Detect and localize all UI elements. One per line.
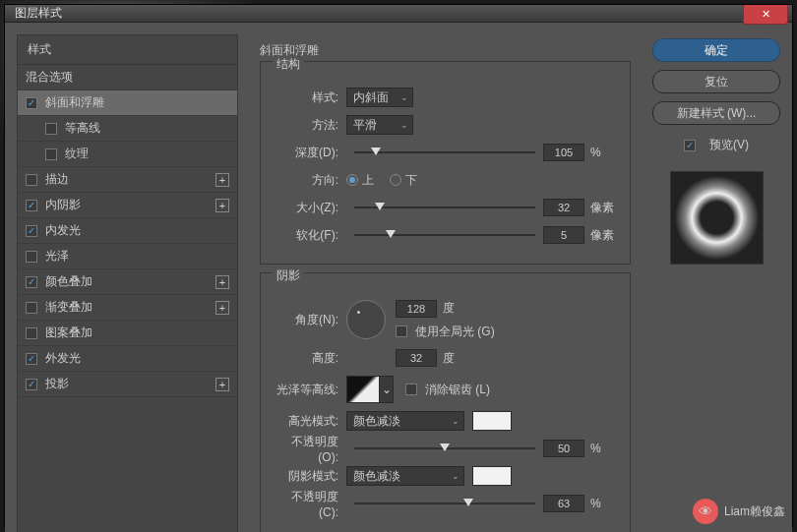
ok-button[interactable]: 确定 — [652, 38, 780, 62]
highlight-mode-label: 高光模式: — [273, 413, 346, 430]
blending-options-row[interactable]: 混合选项 — [18, 65, 237, 90]
style-label: 等高线 — [65, 120, 229, 137]
highlight-mode-select[interactable]: 颜色减淡⌄ — [346, 411, 464, 431]
style-row-3[interactable]: 描边+ — [18, 167, 237, 193]
shadow-opacity-input[interactable]: 63 — [543, 495, 584, 512]
style-row-1[interactable]: 等高线 — [18, 116, 237, 142]
add-icon[interactable]: + — [215, 275, 229, 289]
style-select[interactable]: 内斜面⌄ — [346, 88, 413, 107]
style-row-7[interactable]: 颜色叠加+ — [18, 269, 237, 295]
style-row-2[interactable]: 纹理 — [18, 142, 237, 167]
shading-group: 阴影 角度(N): 128 度 使用全局光 (G) — [260, 272, 631, 532]
style-checkbox[interactable] — [26, 174, 37, 186]
soften-unit: 像素 — [590, 227, 618, 244]
style-checkbox[interactable] — [45, 123, 57, 135]
shadow-mode-label: 阴影模式: — [273, 468, 346, 485]
method-select[interactable]: 平滑⌄ — [346, 115, 413, 135]
size-input[interactable]: 32 — [543, 199, 584, 216]
depth-label: 深度(D): — [273, 145, 346, 161]
add-icon[interactable]: + — [215, 378, 229, 391]
caret-icon: ⌄ — [400, 92, 408, 102]
style-row-4[interactable]: 内阴影+ — [18, 193, 237, 218]
shadow-mode-select[interactable]: 颜色减淡⌄ — [346, 466, 464, 486]
style-checkbox[interactable] — [26, 276, 37, 288]
size-slider[interactable] — [354, 201, 535, 214]
gloss-contour-swatch[interactable] — [346, 376, 380, 403]
direction-up-radio[interactable] — [346, 174, 358, 186]
depth-slider[interactable] — [354, 146, 535, 159]
angle-unit: 度 — [443, 300, 470, 317]
watermark: 👁 Liam赖俊鑫 — [693, 499, 785, 524]
global-light-checkbox[interactable] — [396, 325, 407, 337]
add-icon[interactable]: + — [215, 173, 229, 187]
blending-options-label: 混合选项 — [26, 69, 229, 86]
style-label: 纹理 — [65, 146, 229, 162]
caret-icon: ⌄ — [452, 416, 460, 426]
new-style-button[interactable]: 新建样式 (W)... — [652, 101, 780, 125]
style-checkbox[interactable] — [26, 200, 37, 211]
soften-input[interactable]: 5 — [543, 226, 584, 244]
cancel-button[interactable]: 复位 — [652, 70, 780, 93]
style-checkbox[interactable] — [26, 379, 37, 390]
altitude-input[interactable]: 32 — [396, 349, 437, 367]
highlight-opacity-label: 不透明度(O): — [273, 434, 346, 464]
direction-label: 方向: — [273, 172, 346, 189]
caret-icon: ⌄ — [452, 471, 460, 481]
style-row-11[interactable]: 投影+ — [18, 372, 237, 397]
highlight-color-swatch[interactable] — [472, 411, 512, 431]
style-row-5[interactable]: 内发光 — [18, 218, 237, 244]
style-label: 光泽 — [45, 248, 229, 265]
style-checkbox[interactable] — [26, 353, 37, 365]
style-checkbox[interactable] — [26, 251, 37, 263]
angle-label: 角度(N): — [273, 312, 346, 328]
depth-input[interactable]: 105 — [543, 144, 584, 161]
style-checkbox[interactable] — [26, 302, 37, 314]
altitude-label: 高度: — [273, 350, 346, 367]
direction-up-label: 上 — [362, 172, 374, 189]
highlight-opacity-slider[interactable] — [354, 442, 535, 455]
structure-group: 结构 样式: 内斜面⌄ 方法: 平滑⌄ 深度(D): 105 % 方向: — [260, 61, 631, 265]
style-row-8[interactable]: 渐变叠加+ — [18, 295, 237, 321]
preview-label: 预览(V) — [709, 137, 749, 153]
add-icon[interactable]: + — [215, 301, 229, 315]
size-label: 大小(Z): — [273, 200, 346, 216]
method-label: 方法: — [273, 117, 346, 134]
add-icon[interactable]: + — [215, 199, 229, 212]
soften-slider[interactable] — [354, 228, 535, 242]
style-row-6[interactable]: 光泽 — [18, 244, 237, 269]
style-checkbox[interactable] — [26, 225, 37, 237]
window-title: 图层样式 — [15, 5, 62, 22]
style-label: 投影 — [45, 376, 215, 392]
style-label: 渐变叠加 — [45, 299, 215, 316]
right-panel: 确定 复位 新建样式 (W)... 预览(V) — [652, 34, 780, 532]
angle-wheel[interactable] — [346, 300, 386, 339]
style-checkbox[interactable] — [26, 327, 37, 339]
styles-panel: 样式 混合选项 斜面和浮雕等高线纹理描边+内阴影+内发光光泽颜色叠加+渐变叠加+… — [17, 34, 238, 532]
style-checkbox[interactable] — [26, 97, 37, 109]
shadow-opacity-unit: % — [590, 497, 618, 510]
highlight-opacity-unit: % — [590, 442, 618, 455]
style-row-9[interactable]: 图案叠加 — [18, 321, 237, 346]
preview-thumbnail — [670, 171, 764, 265]
style-checkbox[interactable] — [45, 148, 57, 160]
shadow-opacity-slider[interactable] — [354, 497, 535, 510]
size-unit: 像素 — [590, 200, 618, 216]
close-button[interactable] — [743, 5, 788, 25]
weibo-icon: 👁 — [693, 499, 718, 524]
style-label: 内阴影 — [45, 197, 215, 213]
highlight-opacity-input[interactable]: 50 — [543, 440, 584, 457]
style-row-0[interactable]: 斜面和浮雕 — [18, 90, 237, 116]
angle-input[interactable]: 128 — [396, 300, 437, 318]
style-label: 内发光 — [45, 222, 229, 239]
style-label: 描边 — [45, 171, 215, 188]
shadow-color-swatch[interactable] — [472, 466, 512, 486]
caret-icon: ⌄ — [400, 120, 408, 130]
style-row-10[interactable]: 外发光 — [18, 346, 237, 372]
gloss-contour-label: 光泽等高线: — [273, 382, 346, 398]
style-label: 斜面和浮雕 — [45, 94, 229, 111]
gloss-contour-picker[interactable]: ⌄ — [380, 376, 394, 403]
direction-down-radio[interactable] — [390, 174, 401, 186]
antialias-checkbox[interactable] — [405, 384, 417, 395]
titlebar[interactable]: 图层样式 — [5, 5, 792, 23]
preview-checkbox[interactable] — [684, 140, 696, 151]
